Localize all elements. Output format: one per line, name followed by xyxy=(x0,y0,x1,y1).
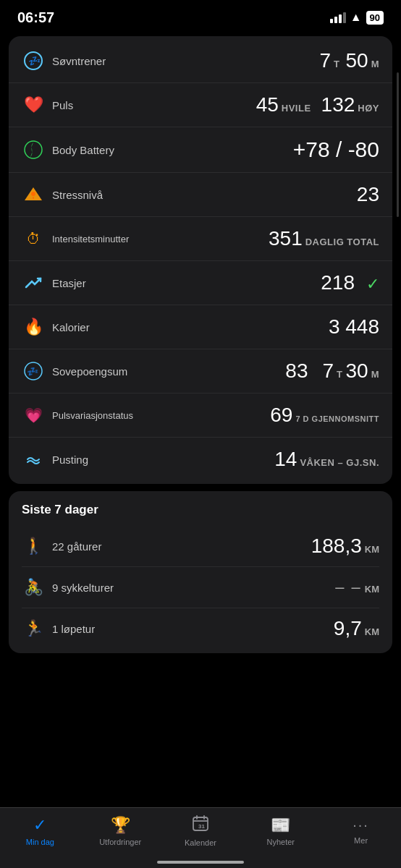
pulsvariasjon-value: 69 7 D GJENNOMSNITT xyxy=(270,404,379,427)
sovntrener-icon: 💤 xyxy=(22,49,45,72)
lopetur-label: 1 løpetur xyxy=(52,623,95,635)
tab-bar: ✓ Min dag 🏆 Utfordringer 31 Kalender 📰 N… xyxy=(0,807,401,868)
mer-label: Mer xyxy=(354,836,368,845)
puls-label: Puls xyxy=(52,99,73,111)
sovepoengsum-label: Sovepoengsum xyxy=(52,365,127,378)
week-title: Siste 7 dager xyxy=(22,503,379,517)
puls-icon: ❤️ xyxy=(22,93,45,116)
intensitet-row[interactable]: ⏱ Intensitetsminutter 351 DAGLIG TOTAL xyxy=(9,217,392,261)
etasjer-value: 218 ✓ xyxy=(321,271,379,294)
kalorier-icon: 🔥 xyxy=(22,315,45,339)
scroll-indicator xyxy=(397,72,399,217)
sovepoengsum-icon: 💤 xyxy=(22,359,45,383)
stressniva-icon xyxy=(22,183,45,206)
intensitet-icon: ⏱ xyxy=(22,227,45,250)
tab-utfordringer[interactable]: 🏆 Utfordringer xyxy=(80,816,161,846)
etasjer-label: Etasjer xyxy=(52,277,86,289)
tab-kalender[interactable]: 31 Kalender xyxy=(161,814,241,847)
nyheter-icon: 📰 xyxy=(271,816,290,835)
status-icons: ▲ 90 xyxy=(330,11,384,25)
etasjer-icon xyxy=(22,271,45,294)
metrics-card: 💤 Søvntrener 7T 50M ❤️ Puls 45 HVILE 132… xyxy=(9,36,392,484)
puls-value: 45 HVILE 132 HØY xyxy=(256,93,379,116)
sykkelturer-icon: 🚴 xyxy=(22,576,45,599)
gaturer-row[interactable]: 🚶 22 gåturer 188,3 KM xyxy=(22,526,379,567)
pusting-value: 14 VÅKEN – GJ.SN. xyxy=(274,448,379,471)
kalorier-value: 3 448 xyxy=(329,315,379,339)
body-battery-label: Body Battery xyxy=(52,144,114,156)
kalorier-label: Kalorier xyxy=(52,321,90,333)
stressniva-value: 23 xyxy=(357,183,379,206)
svg-rect-5 xyxy=(33,197,34,199)
svg-text:💤: 💤 xyxy=(27,365,39,378)
stressniva-row[interactable]: Stressnivå 23 xyxy=(9,173,392,217)
kalorier-row[interactable]: 🔥 Kalorier 3 448 xyxy=(9,305,392,349)
sovntrener-row[interactable]: 💤 Søvntrener 7T 50M xyxy=(9,39,392,83)
pulsvariasjon-row[interactable]: 💗 Pulsvariasjonstatus 69 7 D GJENNOMSNIT… xyxy=(9,393,392,438)
min-dag-icon: ✓ xyxy=(33,816,46,835)
sykkelturer-label: 9 sykkelturer xyxy=(52,582,114,594)
lopetur-icon: 🏃 xyxy=(22,617,45,640)
mer-icon: ··· xyxy=(353,817,369,833)
body-battery-icon xyxy=(22,138,45,161)
tab-mer[interactable]: ··· Mer xyxy=(321,817,401,845)
svg-text:31: 31 xyxy=(198,823,205,830)
goal-check-icon: ✓ xyxy=(366,275,379,294)
body-battery-row[interactable]: Body Battery +78 / -80 xyxy=(9,127,392,173)
min-dag-label: Min dag xyxy=(26,838,54,846)
home-indicator xyxy=(157,861,244,864)
pulsvariasjon-icon: 💗 xyxy=(22,404,45,427)
utfordringer-icon: 🏆 xyxy=(111,816,130,835)
lopetur-value: 9,7 KM xyxy=(334,617,379,640)
pusting-label: Pusting xyxy=(52,454,88,466)
nyheter-label: Nyheter xyxy=(267,838,295,846)
sykkelturer-row[interactable]: 🚴 9 sykkelturer – – KM xyxy=(22,567,379,608)
utfordringer-label: Utfordringer xyxy=(99,838,141,846)
sykkelturer-value: – – KM xyxy=(335,578,379,597)
tab-nyheter[interactable]: 📰 Nyheter xyxy=(240,816,321,846)
gaturer-label: 22 gåturer xyxy=(52,540,101,553)
sovntrener-label: Søvntrener xyxy=(52,55,106,67)
intensitet-label: Intensitetsminutter xyxy=(52,234,129,244)
signal-bars-icon xyxy=(330,12,346,23)
pusting-icon xyxy=(22,448,45,471)
status-bar: 06:57 ▲ 90 xyxy=(0,0,401,32)
stressniva-label: Stressnivå xyxy=(52,189,103,201)
pusting-row[interactable]: Pusting 14 VÅKEN – GJ.SN. xyxy=(9,438,392,481)
kalender-label: Kalender xyxy=(185,838,216,847)
puls-row[interactable]: ❤️ Puls 45 HVILE 132 HØY xyxy=(9,83,392,127)
body-battery-value: +78 / -80 xyxy=(293,137,379,162)
svg-point-4 xyxy=(31,192,35,196)
battery-indicator: 90 xyxy=(366,11,384,25)
sovntrener-value: 7T 50M xyxy=(319,49,379,72)
status-time: 06:57 xyxy=(17,9,54,26)
sovepoengsum-value: 83 7 T 30 M xyxy=(285,359,379,383)
week-card: Siste 7 dager 🚶 22 gåturer 188,3 KM 🚴 9 … xyxy=(9,491,392,653)
kalender-icon: 31 xyxy=(192,814,209,835)
lopetur-row[interactable]: 🏃 1 løpetur 9,7 KM xyxy=(22,608,379,649)
tab-min-dag[interactable]: ✓ Min dag xyxy=(0,816,80,846)
gaturer-value: 188,3 KM xyxy=(311,535,379,558)
gaturer-icon: 🚶 xyxy=(22,535,45,558)
svg-point-2 xyxy=(25,141,42,158)
etasjer-row[interactable]: Etasjer 218 ✓ xyxy=(9,261,392,305)
svg-text:💤: 💤 xyxy=(28,55,41,67)
pulsvariasjon-label: Pulsvariasjonstatus xyxy=(52,410,133,421)
wifi-icon: ▲ xyxy=(350,11,362,24)
sovepoengsum-row[interactable]: 💤 Sovepoengsum 83 7 T 30 M xyxy=(9,349,392,393)
intensitet-value: 351 DAGLIG TOTAL xyxy=(269,227,379,250)
